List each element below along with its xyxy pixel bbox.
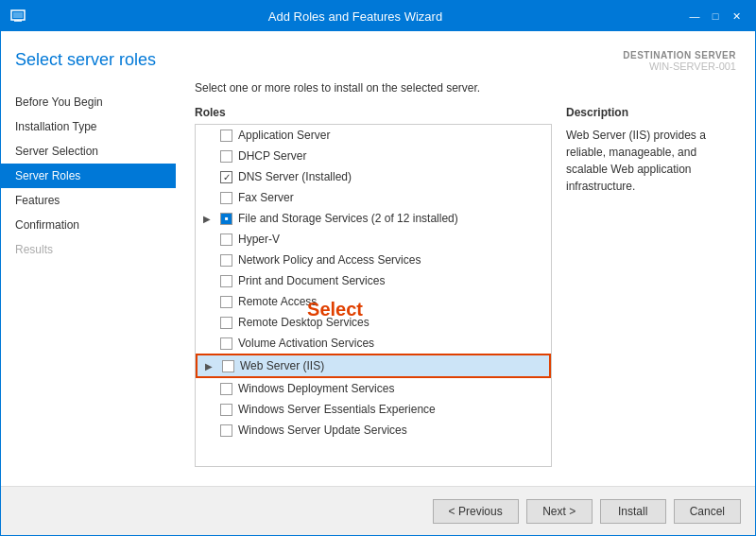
checkbox-file-storage[interactable] (220, 213, 232, 225)
app-icon (10, 9, 26, 24)
sidebar-item-before-you-begin[interactable]: Before You Begin (1, 90, 176, 114)
list-item[interactable]: Windows Server Essentials Experience (196, 399, 551, 420)
list-item[interactable]: Network Policy and Access Services (196, 250, 551, 270)
role-label: DHCP Server (238, 149, 306, 163)
role-label: Remote Desktop Services (238, 316, 369, 329)
list-item[interactable]: Hyper-V (196, 229, 551, 250)
list-item[interactable]: DHCP Server (196, 146, 551, 166)
sidebar: Select server roles Before You Begin Ins… (1, 31, 176, 486)
roles-description-row: Roles Application Server (195, 106, 736, 467)
content-area: Select server roles Before You Begin Ins… (1, 31, 755, 486)
expand-arrow-icon (203, 425, 215, 436)
expand-arrow-icon (203, 255, 215, 266)
window-title: Add Roles and Features Wizard (26, 9, 685, 24)
role-label: File and Storage Services (2 of 12 insta… (238, 212, 458, 225)
expand-arrow-icon: ▶ (203, 214, 215, 224)
checkbox-fax[interactable] (220, 192, 232, 204)
sidebar-item-installation-type[interactable]: Installation Type (1, 114, 176, 139)
checkbox-deployment[interactable] (220, 383, 232, 395)
list-item[interactable]: Print and Document Services (196, 270, 551, 291)
expand-arrow-icon (203, 234, 215, 245)
list-item[interactable]: Remote Access (196, 291, 551, 312)
sidebar-item-features[interactable]: Features (1, 188, 176, 213)
role-label: Windows Deployment Services (238, 382, 394, 395)
list-item[interactable]: DNS Server (Installed) (196, 166, 551, 187)
footer: < Previous Next > Install Cancel (1, 486, 755, 535)
checkbox-remote-access[interactable] (220, 296, 232, 308)
list-item[interactable]: Remote Desktop Services (196, 312, 551, 333)
sidebar-header: Select server roles (1, 50, 176, 90)
roles-list-container[interactable]: Application Server DHCP Server (195, 124, 552, 467)
description-panel-text: Web Server (IIS) provides a reliable, ma… (566, 127, 736, 195)
expand-arrow-icon (203, 276, 215, 286)
expand-arrow-icon (203, 384, 215, 394)
expand-arrow-icon: ▶ (205, 361, 216, 372)
destination-server-label: DESTINATION SERVER (195, 50, 736, 61)
wizard-window: Add Roles and Features Wizard — □ ✕ Sele… (0, 0, 756, 536)
checkbox-app-server[interactable] (220, 130, 232, 142)
checkbox-volume[interactable] (220, 337, 232, 350)
sidebar-item-confirmation[interactable]: Confirmation (1, 213, 176, 237)
window-controls: — □ ✕ (685, 7, 746, 26)
list-item[interactable]: Windows Server Update Services (196, 420, 551, 441)
install-button[interactable]: Install (600, 499, 666, 524)
checkbox-network-policy[interactable] (220, 254, 232, 267)
checkbox-print[interactable] (220, 275, 232, 287)
sidebar-item-results: Results (1, 237, 176, 262)
destination-server: DESTINATION SERVER WIN-SERVER-001 (195, 50, 736, 72)
expand-arrow-icon (203, 318, 215, 328)
checkbox-essentials[interactable] (220, 404, 232, 416)
roles-list: Application Server DHCP Server (196, 125, 551, 441)
role-label: Remote Access (238, 295, 317, 308)
sidebar-item-server-roles[interactable]: Server Roles (1, 164, 176, 188)
list-item[interactable]: Volume Activation Services (196, 333, 551, 354)
roles-list-wrapper: Application Server DHCP Server (195, 124, 552, 467)
next-button[interactable]: Next > (526, 499, 593, 524)
list-item[interactable]: Application Server (196, 125, 551, 146)
svg-rect-1 (13, 12, 23, 18)
expand-arrow-icon (203, 297, 215, 307)
titlebar: Add Roles and Features Wizard — □ ✕ (1, 1, 755, 31)
maximize-button[interactable]: □ (706, 7, 725, 26)
destination-server-name: WIN-SERVER-001 (649, 61, 736, 72)
checkbox-dhcp[interactable] (220, 150, 232, 163)
previous-button[interactable]: < Previous (433, 499, 519, 524)
description-panel: Description Web Server (IIS) provides a … (566, 106, 736, 467)
checkbox-hyper-v[interactable] (220, 233, 232, 246)
list-item[interactable]: Windows Deployment Services (196, 378, 551, 399)
cancel-button[interactable]: Cancel (674, 499, 741, 524)
expand-arrow-icon (203, 151, 215, 162)
expand-arrow-icon (203, 130, 215, 141)
sidebar-nav: Before You Begin Installation Type Serve… (1, 90, 176, 262)
expand-arrow-icon (203, 405, 215, 415)
role-label-web-server: Web Server (IIS) (240, 359, 324, 372)
list-item[interactable]: ▶ File and Storage Services (2 of 12 ins… (196, 208, 551, 229)
checkbox-web-server[interactable] (222, 360, 234, 372)
list-item-web-server[interactable]: ▶ Web Server (IIS) (196, 354, 551, 378)
role-label: Fax Server (238, 191, 294, 204)
role-label: Print and Document Services (238, 274, 385, 287)
role-label: Windows Server Essentials Experience (238, 403, 436, 416)
instruction-text: Select one or more roles to install on t… (195, 81, 736, 95)
checkbox-remote-desktop[interactable] (220, 317, 232, 329)
role-label: DNS Server (Installed) (238, 170, 352, 183)
description-panel-header: Description (566, 106, 736, 119)
role-label: Windows Server Update Services (238, 424, 407, 437)
roles-panel: Roles Application Server (195, 106, 552, 467)
main-content: DESTINATION SERVER WIN-SERVER-001 Select… (176, 31, 755, 486)
minimize-button[interactable]: — (685, 7, 704, 26)
expand-arrow-icon (203, 172, 215, 182)
expand-arrow-icon (203, 338, 215, 349)
roles-panel-header: Roles (195, 106, 552, 119)
checkbox-update[interactable] (220, 424, 232, 437)
role-label: Volume Activation Services (238, 337, 374, 350)
close-button[interactable]: ✕ (727, 7, 746, 26)
role-label: Application Server (238, 129, 330, 142)
sidebar-item-server-selection[interactable]: Server Selection (1, 139, 176, 164)
checkbox-dns[interactable] (220, 171, 232, 183)
role-label: Network Policy and Access Services (238, 253, 421, 267)
expand-arrow-icon (203, 193, 215, 203)
list-item[interactable]: Fax Server (196, 187, 551, 208)
role-label: Hyper-V (238, 233, 280, 246)
